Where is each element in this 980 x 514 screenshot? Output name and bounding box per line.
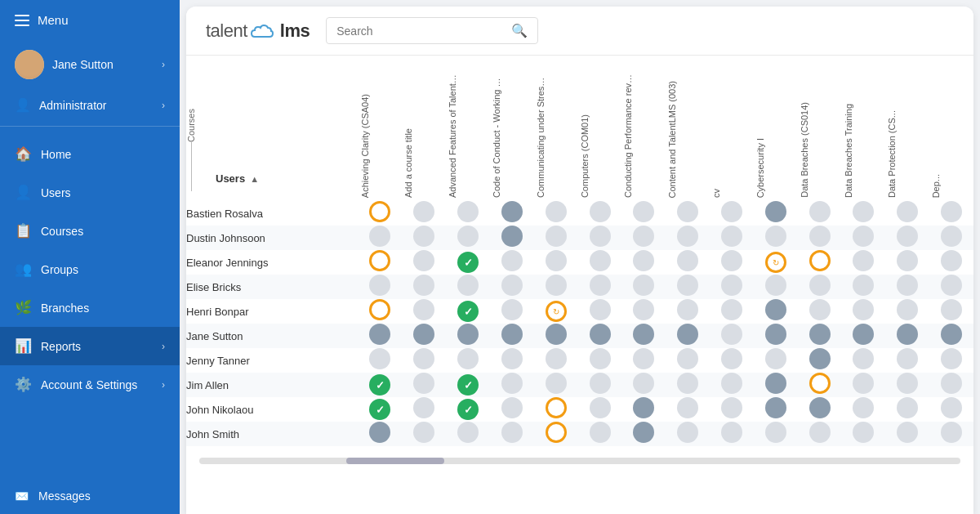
status-cell [666, 324, 710, 348]
column-label-9: Cybersecurity I [754, 135, 767, 201]
users-header-label: Users [216, 172, 245, 185]
empty-dot [369, 348, 390, 369]
column-header-13[interactable]: Dep... [929, 56, 973, 201]
empty-dot [413, 348, 434, 369]
sidebar-item-groups[interactable]: 👥 Groups [0, 250, 180, 288]
column-header-5[interactable]: Computers (COM01) [578, 56, 622, 201]
logo-cloud-icon [250, 22, 278, 40]
column-header-11[interactable]: Data Breaches Training [842, 56, 886, 201]
column-header-4[interactable]: Communicating under Stress (C... [534, 56, 578, 201]
enrolled-dot [853, 324, 874, 345]
empty-dot [633, 348, 654, 369]
sidebar-item-account[interactable]: ⚙️ Account & Settings › [0, 365, 180, 404]
report-table: Courses Users ▲ Achieving Clarity (CSA04… [186, 56, 973, 446]
empty-dot [721, 373, 742, 394]
status-cell [578, 373, 622, 397]
status-cell [490, 373, 534, 397]
status-cell [666, 299, 710, 324]
account-icon: ⚙️ [15, 376, 31, 393]
hamburger-icon [15, 15, 29, 26]
empty-dot [677, 422, 698, 443]
status-cell [446, 201, 490, 226]
sidebar-item-users[interactable]: 👤 Users [0, 173, 180, 212]
status-cell [754, 422, 798, 446]
users-sort-button[interactable]: Users ▲ [203, 172, 269, 191]
column-header-6[interactable]: Conducting Performance review... [621, 56, 666, 201]
status-cell [578, 250, 622, 275]
status-cell [621, 324, 666, 348]
column-label-11: Data Breaches Training [842, 101, 855, 201]
empty-dot [413, 422, 434, 443]
status-cell [402, 348, 446, 373]
status-cell [754, 226, 798, 250]
column-header-7[interactable]: Content and TalentLMS (003) [666, 56, 710, 201]
column-label-6: Conducting Performance review... [621, 70, 635, 201]
status-cell [402, 299, 446, 324]
status-cell [534, 201, 578, 226]
sidebar-item-courses[interactable]: 📋 Courses [0, 212, 180, 250]
sidebar-item-reports[interactable]: 📊 Reports › [0, 327, 180, 365]
status-cell [621, 348, 666, 373]
user-name-cell[interactable]: John Smith [186, 422, 359, 446]
column-header-9[interactable]: Cybersecurity I [754, 56, 798, 201]
column-header-2[interactable]: Advanced Features of TalentLM... [446, 56, 490, 201]
enrolled-dot [633, 422, 654, 443]
status-cell [798, 422, 842, 446]
search-icon[interactable]: 🔍 [511, 23, 528, 38]
status-cell [710, 373, 754, 397]
empty-dot [677, 397, 698, 418]
horizontal-scrollbar[interactable] [199, 458, 960, 464]
status-cell [621, 226, 666, 250]
status-cell [446, 422, 490, 446]
status-cell [534, 422, 578, 446]
groups-icon: 👥 [15, 261, 31, 278]
menu-button[interactable]: Menu [0, 0, 180, 40]
sidebar-item-messages[interactable]: ✉️ Messages [0, 478, 180, 514]
sidebar-item-branches[interactable]: 🌿 Branches [0, 288, 180, 327]
status-cell [359, 250, 403, 275]
column-header-8[interactable]: cv [710, 56, 754, 201]
column-header-1[interactable]: Add a course title [402, 56, 446, 201]
user-name-cell[interactable]: John Nikolaou [186, 397, 359, 422]
scrollbar-thumb[interactable] [346, 458, 444, 464]
status-cell [534, 324, 578, 348]
column-header-10[interactable]: Data Breaches (CS014) [798, 56, 842, 201]
user-name-cell[interactable]: Eleanor Jennings [186, 250, 359, 275]
user-name-cell[interactable]: Dustin Johnsoon [186, 226, 359, 250]
user-name-cell[interactable]: Jim Allen [186, 373, 359, 397]
empty-dot [457, 348, 479, 369]
in-progress-dot [369, 299, 390, 320]
sidebar-admin-item[interactable]: 👤 Administrator › [0, 89, 180, 121]
empty-dot [721, 348, 742, 369]
avatar [15, 50, 44, 79]
status-cell [754, 397, 798, 422]
column-header-3[interactable]: Code of Conduct - Working Wei... [490, 56, 534, 201]
pending-dot: ↻ [765, 252, 786, 273]
user-name-cell[interactable]: Henri Bonpar [186, 299, 359, 324]
empty-dot [809, 299, 831, 320]
status-cell [885, 201, 929, 226]
empty-dot [633, 250, 654, 271]
user-name-cell[interactable]: Bastien Rosalva [186, 201, 359, 226]
search-input[interactable] [336, 25, 505, 38]
completed-dot: ✓ [457, 374, 479, 396]
user-name-cell[interactable]: Elise Bricks [186, 275, 359, 299]
user-name-cell[interactable]: Jane Sutton [186, 324, 359, 348]
sidebar-user-profile[interactable]: Jane Sutton › [0, 40, 180, 89]
in-progress-dot [809, 250, 831, 271]
enrolled-dot [590, 324, 611, 345]
status-cell: ✓ [446, 373, 490, 397]
status-cell [929, 422, 973, 446]
report-table-container[interactable]: Courses Users ▲ Achieving Clarity (CSA04… [186, 56, 973, 514]
status-cell [798, 348, 842, 373]
search-bar: 🔍 [326, 17, 538, 44]
status-cell [402, 201, 446, 226]
status-cell [534, 373, 578, 397]
column-header-12[interactable]: Data Protection (CS... [885, 56, 929, 201]
user-name-cell[interactable]: Jenny Tanner [186, 348, 359, 373]
sidebar-item-home[interactable]: 🏠 Home [0, 135, 180, 173]
empty-dot [501, 275, 523, 296]
sidebar-item-courses-label: Courses [41, 225, 165, 238]
empty-dot [853, 373, 874, 394]
column-header-0[interactable]: Achieving Clarity (CSA04) [359, 56, 403, 201]
